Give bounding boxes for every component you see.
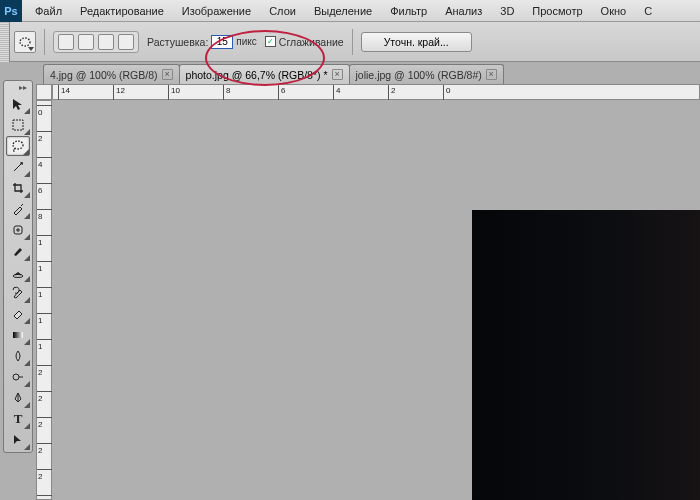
selection-mode-group xyxy=(53,31,139,53)
menu-view[interactable]: Просмотр xyxy=(523,0,591,22)
menu-analysis[interactable]: Анализ xyxy=(436,0,491,22)
close-icon[interactable]: × xyxy=(162,69,173,80)
menu-file[interactable]: Файл xyxy=(26,0,71,22)
ruler-vertical[interactable]: 0 2 4 6 8 1 1 1 1 1 2 2 2 2 2 3 xyxy=(36,100,52,500)
svg-rect-1 xyxy=(13,120,23,130)
dodge-tool[interactable] xyxy=(6,367,30,387)
document-tab[interactable]: photo.jpg @ 66,7% (RGB/8*) * × xyxy=(179,64,350,84)
menu-image[interactable]: Изображение xyxy=(173,0,260,22)
separator xyxy=(44,29,45,55)
healing-brush-tool[interactable] xyxy=(6,220,30,240)
brush-tool[interactable] xyxy=(6,241,30,261)
document-image xyxy=(472,210,700,500)
menu-help[interactable]: С xyxy=(635,0,661,22)
app-logo: Ps xyxy=(0,0,22,22)
document-tab-label: jolie.jpg @ 100% (RGB/8#) xyxy=(356,69,482,81)
antialias-label: Сглаживание xyxy=(279,36,344,48)
document-tab-label: photo.jpg @ 66,7% (RGB/8*) * xyxy=(186,69,328,81)
menu-select[interactable]: Выделение xyxy=(305,0,381,22)
work-area: 14 12 10 8 6 4 2 0 0 2 4 6 8 1 1 1 1 1 2… xyxy=(36,84,700,500)
menu-edit[interactable]: Редактирование xyxy=(71,0,173,22)
pen-tool[interactable] xyxy=(6,388,30,408)
blur-tool[interactable] xyxy=(6,346,30,366)
selection-intersect-button[interactable] xyxy=(118,34,134,50)
move-tool[interactable] xyxy=(6,94,30,114)
antialias-checkbox[interactable]: ✓ xyxy=(265,36,276,47)
feather-input[interactable] xyxy=(211,35,233,49)
selection-subtract-button[interactable] xyxy=(98,34,114,50)
svg-point-7 xyxy=(13,374,19,380)
crop-tool[interactable] xyxy=(6,178,30,198)
svg-rect-6 xyxy=(13,332,23,338)
magic-wand-tool[interactable] xyxy=(6,157,30,177)
document-tab-label: 4.jpg @ 100% (RGB/8) xyxy=(50,69,158,81)
separator xyxy=(352,29,353,55)
marquee-tool[interactable] xyxy=(6,115,30,135)
selection-add-button[interactable] xyxy=(78,34,94,50)
close-icon[interactable]: × xyxy=(486,69,497,80)
options-bar-handle[interactable] xyxy=(0,22,10,62)
ruler-origin[interactable] xyxy=(36,84,52,100)
options-bar: Растушевка: пикс ✓ Сглаживание Уточн. кр… xyxy=(0,22,700,62)
toolbox: ▸▸ T xyxy=(3,80,33,453)
ruler-horizontal[interactable]: 14 12 10 8 6 4 2 0 xyxy=(52,84,700,100)
document-tab[interactable]: 4.jpg @ 100% (RGB/8) × xyxy=(43,64,180,84)
path-select-tool[interactable] xyxy=(6,430,30,450)
menubar: Ps Файл Редактирование Изображение Слои … xyxy=(0,0,700,22)
menu-3d[interactable]: 3D xyxy=(491,0,523,22)
close-icon[interactable]: × xyxy=(332,69,343,80)
selection-new-button[interactable] xyxy=(58,34,74,50)
eraser-tool[interactable] xyxy=(6,304,30,324)
menu-filter[interactable]: Фильтр xyxy=(381,0,436,22)
tool-preset-picker[interactable] xyxy=(14,31,36,53)
document-tab-strip: 4.jpg @ 100% (RGB/8) × photo.jpg @ 66,7%… xyxy=(43,64,503,84)
eyedropper-tool[interactable] xyxy=(6,199,30,219)
refine-edge-button[interactable]: Уточн. край... xyxy=(361,32,472,52)
history-brush-tool[interactable] xyxy=(6,283,30,303)
menu-window[interactable]: Окно xyxy=(592,0,636,22)
svg-point-5 xyxy=(13,275,23,278)
canvas[interactable] xyxy=(52,100,700,500)
lasso-tool[interactable] xyxy=(6,136,30,156)
type-tool[interactable]: T xyxy=(6,409,30,429)
feather-unit: пикс xyxy=(236,36,257,47)
menu-layer[interactable]: Слои xyxy=(260,0,305,22)
svg-point-0 xyxy=(20,38,30,46)
document-tab[interactable]: jolie.jpg @ 100% (RGB/8#) × xyxy=(349,64,504,84)
feather-label: Растушевка: xyxy=(147,36,208,48)
clone-stamp-tool[interactable] xyxy=(6,262,30,282)
gradient-tool[interactable] xyxy=(6,325,30,345)
toolbox-collapse[interactable]: ▸▸ xyxy=(6,83,30,93)
svg-point-3 xyxy=(21,162,23,164)
